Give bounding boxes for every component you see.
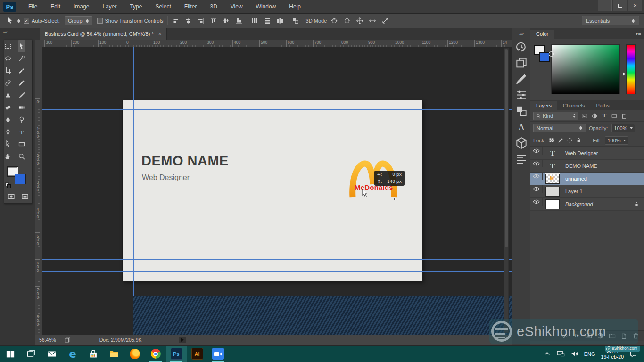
horizontal-guide[interactable]: [42, 259, 512, 260]
layer-visibility-eye-icon[interactable]: [530, 185, 543, 193]
canvas-viewport[interactable]: DEMO NAME Web Designer McDonalds: [42, 47, 512, 335]
panel-clone-source-icon[interactable]: [514, 56, 528, 70]
expand-panels-icon[interactable]: »»: [519, 31, 523, 36]
vertical-ruler[interactable]: 0100200300400500600700800: [35, 47, 42, 335]
panel-menu-icon[interactable]: ▾≡: [636, 31, 641, 37]
menu-item[interactable]: Help: [282, 0, 307, 14]
taskbar-photoshop-button[interactable]: Ps: [166, 346, 187, 362]
panel-layer-comps-icon[interactable]: [514, 104, 528, 118]
default-colors-icon[interactable]: [5, 182, 11, 188]
saturation-brightness-field[interactable]: [551, 44, 620, 94]
close-button[interactable]: ×: [628, 0, 642, 11]
layer-name[interactable]: Web Designer: [565, 150, 644, 156]
rectangular-marquee-tool[interactable]: [4, 40, 12, 52]
align-bottom-icon[interactable]: [235, 17, 243, 25]
lock-all-icon[interactable]: [576, 137, 582, 143]
lock-pixels-icon[interactable]: [558, 137, 564, 143]
layers-panel-tab[interactable]: Paths: [591, 101, 615, 110]
distribute-horizontal-icon[interactable]: [251, 17, 258, 25]
taskbar-explorer-button[interactable]: [104, 346, 124, 362]
status-options-button[interactable]: [179, 337, 186, 343]
panel-character-icon[interactable]: A: [514, 120, 528, 134]
layer-visibility-eye-icon[interactable]: [530, 160, 543, 167]
vertical-guide[interactable]: [411, 47, 411, 335]
menu-item[interactable]: File: [22, 0, 44, 14]
language-indicator[interactable]: ENG: [584, 351, 595, 357]
zoom-tool[interactable]: [18, 150, 25, 163]
align-top-icon[interactable]: [210, 17, 217, 25]
filter-shape-layers-icon[interactable]: [611, 113, 618, 119]
layers-panel-tab[interactable]: Channels: [557, 101, 590, 110]
fill-field[interactable]: 100%: [605, 136, 628, 145]
layer-thumbnail[interactable]: T: [543, 199, 562, 209]
layer-visibility-eye-icon[interactable]: [530, 147, 543, 155]
layer-visibility-eye-icon[interactable]: [530, 173, 543, 180]
distribute-vertical-icon[interactable]: [264, 17, 271, 25]
scrollbar-thumb[interactable]: [505, 49, 508, 247]
tab-color[interactable]: Color: [530, 30, 554, 39]
menu-item[interactable]: Window: [249, 0, 283, 14]
type-tool[interactable]: T: [18, 126, 25, 138]
document-tab[interactable]: Business Card @ 56.4% (unnamed, CMYK/8) …: [40, 28, 167, 40]
menu-item[interactable]: Type: [123, 0, 149, 14]
distribute-centers-icon[interactable]: [276, 17, 284, 25]
panel-history-icon[interactable]: [514, 40, 528, 54]
auto-select-checkbox[interactable]: ✓: [24, 18, 29, 24]
layer-name[interactable]: Background: [565, 201, 634, 207]
network-display-icon[interactable]: [557, 350, 565, 358]
align-center-horizontal-icon[interactable]: [184, 17, 192, 25]
3d-slide-icon[interactable]: [369, 17, 376, 25]
taskbar-illustrator-button[interactable]: Ai: [187, 346, 207, 362]
taskbar-mail-button[interactable]: [41, 346, 62, 362]
vertical-guide[interactable]: [133, 47, 134, 335]
crop-tool[interactable]: [4, 65, 12, 77]
history-brush-tool[interactable]: [18, 89, 25, 101]
taskbar-store-button[interactable]: [83, 346, 104, 362]
horizontal-guide[interactable]: [42, 120, 512, 120]
screen-mode-button[interactable]: [21, 193, 29, 200]
quick-mask-button[interactable]: [8, 193, 15, 200]
lasso-tool[interactable]: [4, 52, 12, 65]
arrange-icon[interactable]: [292, 17, 299, 25]
zoom-level[interactable]: 56.45%: [39, 337, 56, 343]
filter-pixel-layers-icon[interactable]: [581, 113, 588, 119]
auto-select-group-dropdown[interactable]: Group: [65, 16, 92, 25]
align-center-vertical-icon[interactable]: [223, 17, 230, 25]
filter-adjustment-layers-icon[interactable]: [591, 113, 598, 119]
menu-item[interactable]: Select: [149, 0, 177, 14]
healing-brush-tool[interactable]: [4, 77, 12, 89]
pink-guide[interactable]: [143, 178, 401, 178]
filter-type-layers-icon[interactable]: T: [601, 113, 608, 119]
taskbar-firefox-button[interactable]: [124, 346, 145, 362]
vertical-scrollbar[interactable]: [504, 48, 509, 333]
clone-stamp-tool[interactable]: [4, 89, 12, 101]
taskbar-edge-button[interactable]: e: [62, 346, 83, 362]
3d-scale-icon[interactable]: [381, 17, 389, 25]
layer-thumbnail[interactable]: T: [543, 187, 562, 197]
3d-pan-icon[interactable]: [356, 17, 363, 25]
layer-name[interactable]: DEMO NAME: [565, 163, 644, 169]
menu-item[interactable]: Filter: [178, 0, 204, 14]
eraser-tool[interactable]: [4, 101, 12, 114]
panel-properties-icon[interactable]: [514, 152, 528, 166]
layer-name[interactable]: unnamed: [565, 176, 644, 181]
Background[interactable]: T Background: [530, 198, 644, 211]
vertical-guide[interactable]: [143, 47, 143, 335]
lock-position-icon[interactable]: [567, 137, 573, 143]
filter-smart-objects-icon[interactable]: [621, 113, 627, 119]
taskbar-chrome-button[interactable]: [145, 346, 166, 362]
background-color-swatch[interactable]: [539, 52, 550, 62]
collapse-panel-icon[interactable]: ««: [3, 30, 7, 35]
horizontal-guide[interactable]: [42, 272, 512, 272]
lock-transparency-icon[interactable]: [549, 137, 555, 143]
panel-brush-icon[interactable]: [514, 72, 528, 86]
layer-visibility-eye-icon[interactable]: [530, 198, 543, 206]
background-color-swatch[interactable]: [15, 174, 26, 184]
hand-tool[interactable]: [4, 150, 12, 163]
hue-slider[interactable]: [626, 44, 636, 94]
dodge-tool[interactable]: [18, 114, 25, 126]
show-transform-checkbox[interactable]: [97, 18, 103, 24]
taskbar-taskview-button[interactable]: [21, 346, 41, 362]
layer-thumbnail[interactable]: T: [543, 162, 562, 170]
eyedropper-tool[interactable]: [18, 65, 25, 77]
